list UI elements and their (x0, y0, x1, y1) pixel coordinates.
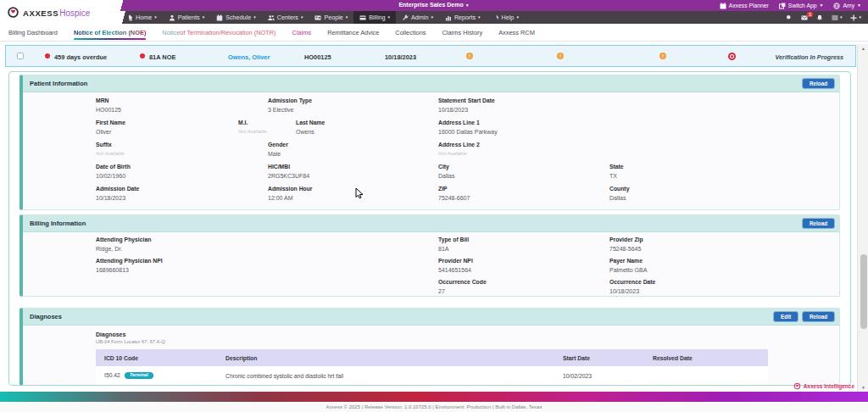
axxess-intelligence-button[interactable]: Axxess Intelligence (793, 382, 854, 390)
noe-list-row[interactable]: 459 days overdue 81A NOE Owens, Oliver H… (5, 45, 856, 67)
gear-icon (492, 14, 499, 21)
chevron-down-icon: ▾ (859, 15, 861, 19)
tab-notice-of-termination[interactable]: Notice of Termination/Revocation (NOTR) (162, 24, 275, 41)
reload-button[interactable]: Reload (802, 311, 835, 322)
diagnoses-table: ICD 10 Code Description Start Date Resol… (96, 349, 768, 386)
field-payer-name: Payer NamePalmetto GBA (609, 258, 647, 273)
tab-collections[interactable]: Collections (395, 24, 426, 41)
chevron-down-icon: ▾ (203, 15, 205, 19)
person-icon (169, 14, 175, 21)
user-name-label: Amy (843, 3, 854, 8)
field-gender: GenderMale (268, 142, 288, 157)
messages-icon[interactable]: 1 (801, 14, 808, 21)
field-middle-initial: M.I.Not Available (238, 120, 267, 134)
main-navbar: Home▾ Patients▾ Schedule▾ Centers▾ Peopl… (0, 11, 868, 24)
patient-information-section: Patient Information Reload MRNHO00125 Ad… (19, 75, 840, 210)
logo-product-text: Hospice (59, 8, 90, 18)
tab-axxess-rcm[interactable]: Axxess RCM (498, 24, 535, 41)
field-occurrence-date: Occurrence Date10/18/2023 (609, 279, 655, 294)
diagnoses-table-header: ICD 10 Code Description Start Date Resol… (96, 349, 768, 366)
id-card-icon (314, 14, 321, 21)
patient-name-link[interactable]: Owens, Oliver (228, 53, 270, 61)
tab-billing-dashboard[interactable]: Billing Dashboard (8, 24, 58, 41)
diagnosis-description: Chronic combined systolic and diastolic … (225, 373, 563, 379)
row-checkbox[interactable] (17, 53, 24, 59)
icd10-code: I50.42 (104, 372, 120, 378)
tab-claims-history[interactable]: Claims History (442, 24, 483, 41)
people-group-icon (268, 14, 275, 21)
noe-detail-card: Patient Information Reload MRNHO00125 Ad… (8, 71, 851, 386)
nav-schedule[interactable]: Schedule▾ (210, 11, 262, 24)
nav-help[interactable]: Help▾ (487, 11, 525, 24)
brand-gradient-bar (0, 392, 868, 402)
nav-admin[interactable]: Admin▾ (396, 11, 439, 24)
field-first-name: First NameOliver (96, 120, 125, 135)
overdue-label: 459 days overdue (54, 53, 107, 61)
diagnosis-start-date: 10/02/2023 (563, 373, 653, 379)
bar-chart-icon (445, 14, 452, 21)
vertical-scrollbar[interactable]: ▲ ▼ (857, 44, 868, 392)
diagnoses-header: Diagnoses Edit Reload (23, 309, 839, 326)
notifications-bell-icon[interactable] (816, 14, 823, 21)
row-mrn: HO00125 (304, 53, 331, 61)
field-hic-mbi: HIC/MBI2RG5KC3UF84 (268, 164, 309, 179)
diagnoses-section: Diagnoses Edit Reload Diagnoses UB-04 Fo… (19, 308, 840, 386)
switch-app-label: Switch App (788, 3, 817, 8)
reload-button[interactable]: Reload (802, 78, 835, 89)
calendar-check-icon (720, 3, 726, 9)
nav-centers[interactable]: Centers▾ (262, 11, 309, 24)
warning-icon[interactable]: ! (466, 53, 473, 59)
scroll-down-arrow[interactable]: ▼ (858, 385, 868, 390)
edit-button[interactable]: Edit (773, 311, 798, 322)
tab-notice-of-election[interactable]: Notice of Election (NOE) (74, 24, 146, 41)
billing-information-section: Billing Information Reload Attending Phy… (19, 214, 840, 297)
chevron-down-icon: ▾ (346, 15, 348, 19)
logo-slant-top (117, 0, 129, 11)
warning-icon[interactable]: ! (557, 53, 564, 59)
error-icon[interactable] (728, 53, 736, 60)
tab-remittance-advice[interactable]: Remittance Advice (327, 24, 379, 41)
field-address-line-2: Address Line 2Not Available (438, 142, 480, 156)
top-banner: Enterprise Sales Demo ▼ Axxess Planner S… (0, 0, 868, 11)
environment-banner[interactable]: Enterprise Sales Demo ▼ (398, 2, 469, 8)
field-zip: ZIP75248-6607 (438, 186, 470, 201)
axxess-planner-link[interactable]: Axxess Planner (720, 3, 769, 9)
verification-status: Verification In Progress (776, 53, 843, 61)
table-row[interactable]: I50.42 Terminal Chronic combined systoli… (96, 366, 768, 386)
field-attending-physician-npi: Attending Physician NPI1689660813 (96, 258, 163, 273)
field-admission-type: Admission Type3 Elective (268, 97, 312, 113)
field-provider-zip: Provider Zip75248-5645 (609, 237, 643, 252)
user-menu[interactable]: Amy ▼ (833, 3, 861, 9)
nav-reports[interactable]: Reports▾ (439, 11, 487, 24)
app-logo[interactable]: AXXESSHospice (0, 0, 117, 24)
nav-people[interactable]: People▾ (309, 11, 353, 24)
warning-icon[interactable]: ! (659, 53, 666, 59)
scroll-up-arrow[interactable]: ▲ (858, 46, 868, 51)
field-admission-hour: Admission Hour12:00 AM (268, 186, 313, 201)
nav-billing[interactable]: Billing▾ (353, 11, 396, 24)
list-menu-icon[interactable]: ▾ (832, 14, 843, 21)
add-new-icon[interactable]: ▾ (850, 14, 861, 21)
tab-claims[interactable]: Claims (292, 24, 312, 41)
chevron-down-icon: ▾ (431, 15, 433, 19)
chevron-down-icon: ▾ (154, 15, 157, 19)
field-date-of-birth: Date of Birth10/02/1960 (96, 164, 131, 179)
diagnoses-title: Diagnoses (30, 313, 62, 320)
reload-button[interactable]: Reload (802, 218, 835, 229)
logo-brand-text: AXXESS (23, 8, 58, 18)
billing-information-header: Billing Information Reload (23, 215, 839, 232)
column-header-start-date: Start Date (563, 355, 653, 361)
billing-card-icon (359, 14, 366, 21)
billing-information-title: Billing Information (30, 220, 86, 227)
switch-app-menu[interactable]: Switch App ▼ (779, 3, 824, 9)
globe-icon (833, 3, 840, 9)
noe-type-label: 81A NOE (149, 53, 175, 61)
chevron-down-icon: ▼ (857, 3, 861, 8)
field-provider-npi: Provider NPI5414651564 (438, 258, 473, 273)
diagnoses-form-locator: UB-04 Form Locator 67, 67 A-Q (96, 339, 839, 344)
wrench-icon (402, 14, 409, 21)
field-county: CountyDallas (609, 186, 629, 201)
scrollbar-thumb[interactable] (860, 254, 867, 329)
nav-patients[interactable]: Patients▾ (163, 11, 211, 24)
search-icon[interactable] (786, 14, 793, 21)
